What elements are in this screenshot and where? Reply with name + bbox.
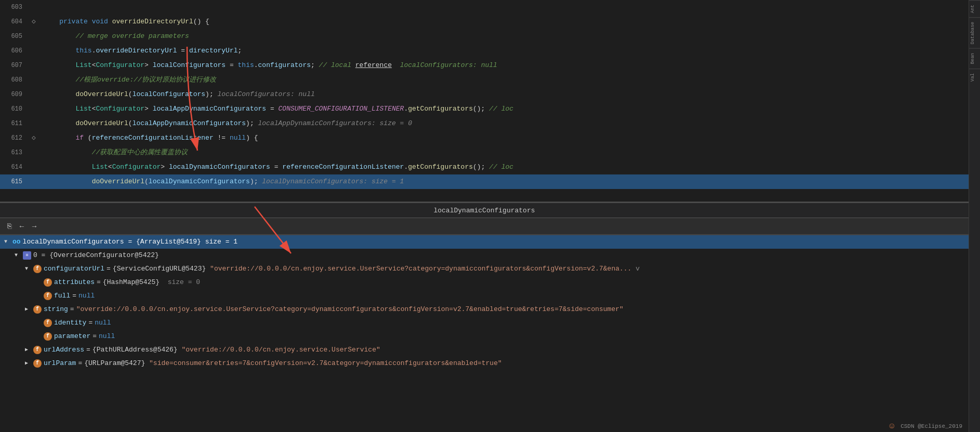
sidebar-bean[interactable]: Bean: [969, 48, 980, 69]
var-eq-string: =: [70, 303, 74, 316]
line-content-610: List<Configurator> localAppDynamicConfig…: [39, 102, 513, 116]
line-number-605: 605: [0, 29, 29, 44]
line-content-609: doOverrideUrl(localConfigurators); local…: [39, 87, 315, 102]
line-content-606: this.overrideDirectoryUrl = directoryUrl…: [39, 44, 242, 58]
sidebar-ant[interactable]: Ant: [969, 0, 980, 17]
expand-icon-configuratorUrl[interactable]: ▼: [25, 262, 32, 276]
line-number-613: 613: [0, 145, 29, 160]
var-eq-parameter: =: [92, 330, 97, 343]
code-line-613: 613 //获取配置中心的属性覆盖协议: [0, 145, 969, 160]
code-line-611: 611 doOverrideUrl(localAppDynamicConfigu…: [0, 116, 969, 131]
expand-icon-parameter: [35, 330, 43, 343]
right-sidebar: Ant Database Bean Val: [969, 0, 980, 432]
var-name-urlParam: urlParam: [44, 357, 76, 370]
var-eq-attributes: =: [97, 276, 101, 289]
field-icon-full: f: [44, 292, 52, 300]
expand-icon-full: [35, 289, 43, 303]
tooltip-bar: localDynamicConfigurators: [0, 203, 969, 218]
var-val-urlAddress: {PathURLAddress@5426} "override://0.0.0.…: [92, 343, 380, 357]
code-line-615: 615 doOverrideUrl(localDynamicConfigurat…: [0, 174, 969, 189]
back-button[interactable]: ←: [17, 221, 27, 232]
var-row-identity[interactable]: f identity = null: [0, 316, 969, 330]
var-row-full[interactable]: f full = null: [0, 289, 969, 303]
var-row-string[interactable]: ▶ f string = "override://0.0.0.0/cn.enjo…: [0, 303, 969, 316]
var-row-configuratorUrl[interactable]: ▼ f configuratorUrl = {ServiceConfigURL@…: [0, 262, 969, 276]
field-icon-configuratorUrl: f: [33, 265, 42, 273]
line-number-609: 609: [0, 87, 29, 102]
var-val-urlParam: {URLParam@5427} "side=consumer&retries=7…: [84, 357, 502, 370]
var-row-parameter[interactable]: f parameter = null: [0, 330, 969, 343]
red-arrow-2: [249, 235, 327, 249]
field-icon-urlAddress: f: [33, 346, 42, 354]
var-name-full: full: [54, 289, 70, 303]
variables-panel: ▼ oo localDynamicConfigurators = {ArrayL…: [0, 235, 969, 432]
field-icon-attributes: f: [44, 278, 52, 287]
code-line-609: 609 doOverrideUrl(localConfigurators); l…: [0, 87, 969, 102]
list-icon-0: ≡: [23, 251, 31, 260]
main-content: 603 604 ◇ private void overrideDirectory…: [0, 0, 969, 432]
line-content-604: private void overrideDirectoryUrl() {: [39, 15, 209, 29]
var-row-urlParam[interactable]: ▶ f urlParam = {URLParam@5427} "side=con…: [0, 357, 969, 370]
line-number-614: 614: [0, 160, 29, 174]
code-line-603: 603: [0, 0, 969, 15]
var-eq-identity: =: [88, 316, 92, 330]
var-val-identity: null: [95, 316, 111, 330]
expand-icon-string[interactable]: ▶: [25, 303, 32, 316]
code-editor: 603 604 ◇ private void overrideDirectory…: [0, 0, 969, 203]
line-number-606: 606: [0, 44, 29, 58]
var-eq-full: =: [72, 289, 76, 303]
expand-icon-0[interactable]: ▼: [15, 249, 22, 262]
line-number-611: 611: [0, 116, 29, 131]
field-icon-urlParam: f: [33, 359, 42, 368]
line-number-607: 607: [0, 58, 29, 73]
variables-header-row[interactable]: ▼ oo localDynamicConfigurators = {ArrayL…: [0, 235, 969, 249]
expand-icon-header[interactable]: ▼: [4, 235, 11, 249]
var-row-attributes[interactable]: f attributes = {HashMap@5425} size = 0: [0, 276, 969, 289]
line-number-603: 603: [0, 0, 29, 15]
line-content-607: List<Configurator> localConfigurators = …: [39, 58, 497, 73]
var-val-parameter: null: [99, 330, 115, 343]
var-name-string: string: [44, 303, 68, 316]
field-icon-string: f: [33, 305, 42, 314]
var-val-attributes: {HashMap@5425} size = 0: [103, 276, 200, 289]
var-eq-urlAddress: =: [86, 343, 90, 357]
code-line-604: 604 ◇ private void overrideDirectoryUrl(…: [0, 15, 969, 29]
status-bar: ☺ CSDN @Eclipse_2019: [890, 421, 969, 432]
line-content-611: doOverrideUrl(localAppDynamicConfigurato…: [39, 116, 412, 131]
line-content-612: if (referenceConfigurationListener != nu…: [39, 131, 258, 145]
line-number-604: 604: [0, 15, 29, 29]
code-line-612: 612 ◇ if (referenceConfigurationListener…: [0, 131, 969, 145]
copy-icon[interactable]: ⎘: [4, 221, 15, 232]
expand-icon-attributes: [35, 276, 43, 289]
code-line-607: 607 List<Configurator> localConfigurator…: [0, 58, 969, 73]
debug-toolbar: ⎘ ← →: [0, 218, 969, 235]
sidebar-val[interactable]: Val: [969, 69, 980, 86]
line-content-614: List<Configurator> localDynamicConfigura…: [39, 160, 513, 174]
status-text: CSDN @Eclipse_2019: [900, 423, 962, 429]
var-row-urlAddress[interactable]: ▶ f urlAddress = {PathURLAddress@5426} "…: [0, 343, 969, 357]
line-content-605: // merge override parameters: [39, 29, 189, 44]
sidebar-database[interactable]: Database: [969, 17, 980, 48]
var-val-configuratorUrl: {ServiceConfigURL@5423} "override://0.0.…: [113, 262, 640, 276]
forward-button[interactable]: →: [29, 221, 39, 232]
tooltip-text: localDynamicConfigurators: [433, 207, 535, 214]
field-icon-identity: f: [44, 319, 52, 327]
line-content-613: //获取配置中心的属性覆盖协议: [39, 145, 188, 160]
code-line-608: 608 //根据override://协议对原始协议进行修改: [0, 73, 969, 87]
line-number-612: 612: [0, 131, 29, 145]
expand-icon-urlAddress[interactable]: ▶: [25, 343, 32, 357]
status-icon: ☺: [890, 422, 895, 431]
code-line-605: 605 // merge override parameters: [0, 29, 969, 44]
line-number-608: 608: [0, 73, 29, 87]
var-name-urlAddress: urlAddress: [44, 343, 84, 357]
var-name-attributes: attributes: [54, 276, 95, 289]
var-name-configuratorUrl: configuratorUrl: [44, 262, 104, 276]
code-line-610: 610 List<Configurator> localAppDynamicCo…: [0, 102, 969, 116]
code-line-614: 614 List<Configurator> localDynamicConfi…: [0, 160, 969, 174]
var-val-string: "override://0.0.0.0/cn.enjoy.service.Use…: [76, 303, 624, 316]
gutter-604: ◇: [29, 15, 39, 29]
var-row-0[interactable]: ▼ ≡ 0 = {OverrideConfigurator@5422}: [0, 249, 969, 262]
gutter-612: ◇: [29, 131, 39, 145]
var-name-identity: identity: [54, 316, 86, 330]
expand-icon-urlParam[interactable]: ▶: [25, 357, 32, 370]
